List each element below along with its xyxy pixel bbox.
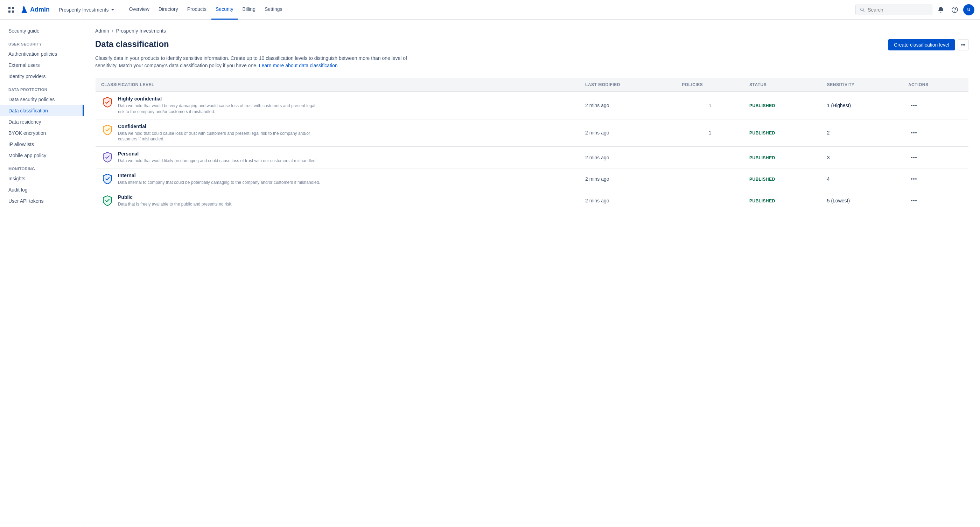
dot1 (911, 105, 912, 106)
classification-description: Data internal to company that could be p… (118, 180, 320, 186)
sensitivity-cell: 2 (821, 119, 903, 147)
nav-directory[interactable]: Directory (154, 0, 182, 20)
status-badge: PUBLISHED (749, 177, 775, 182)
classification-name: Internal (118, 173, 320, 178)
classification-cell: Confidential Data we hold that could cau… (95, 119, 580, 147)
actions-cell (903, 119, 969, 147)
svg-rect-2 (8, 11, 11, 13)
sensitivity-cell: 3 (821, 147, 903, 169)
status-badge: PUBLISHED (749, 156, 775, 160)
last-modified-cell: 2 mins ago (580, 190, 676, 212)
policies-count-cell (676, 168, 744, 190)
table-row: Internal Data internal to company that c… (95, 168, 969, 190)
col-last-modified: Last modified (580, 78, 676, 92)
row-actions-button[interactable] (908, 199, 920, 203)
status-cell: PUBLISHED (744, 92, 821, 119)
nav-settings[interactable]: Settings (260, 0, 286, 20)
svg-rect-0 (8, 7, 11, 9)
topnav: Admin Prosperify Investments Overview Di… (0, 0, 980, 20)
sidebar-item-insights[interactable]: Insights (0, 173, 84, 184)
nav-products[interactable]: Products (183, 0, 211, 20)
actions-cell (903, 92, 969, 119)
shield-icon-personal (101, 151, 114, 164)
col-sensitivity: Sensitivity (821, 78, 903, 92)
row-actions-button[interactable] (908, 177, 920, 181)
last-modified-cell: 2 mins ago (580, 168, 676, 190)
policies-count-cell: 1 (676, 92, 744, 119)
last-modified-cell: 2 mins ago (580, 119, 676, 147)
actions-cell (903, 190, 969, 212)
actions-cell (903, 168, 969, 190)
sidebar-item-data-security[interactable]: Data security policies (0, 94, 84, 105)
sensitivity-cell: 1 (Highest) (821, 92, 903, 119)
sidebar-item-ip-allowlists[interactable]: IP allowlists (0, 139, 84, 150)
sidebar-item-byok[interactable]: BYOK encryption (0, 127, 84, 139)
topnav-right: U (855, 4, 974, 15)
shield-icon-public (101, 194, 114, 207)
search-box[interactable] (855, 5, 932, 15)
row-actions-button[interactable] (908, 156, 920, 160)
shield-icon-internal (101, 173, 114, 185)
svg-line-5 (863, 10, 864, 11)
sidebar-item-data-residency[interactable]: Data residency (0, 116, 84, 127)
sensitivity-cell: 5 (Lowest) (821, 190, 903, 212)
dot1 (911, 157, 912, 158)
sidebar-item-external-users[interactable]: External users (0, 59, 84, 71)
more-options-button[interactable] (958, 39, 969, 51)
sidebar-item-auth-policies[interactable]: Authentication policies (0, 48, 84, 59)
last-modified-cell: 2 mins ago (580, 92, 676, 119)
shield-icon-confidential (101, 124, 114, 136)
create-classification-button[interactable]: Create classification level (888, 39, 955, 51)
sidebar-security-guide[interactable]: Security guide (0, 25, 84, 37)
table-row: Public Data that is freely available to … (95, 190, 969, 212)
grid-menu-button[interactable] (6, 4, 17, 15)
classification-name: Public (118, 194, 232, 200)
row-actions-button[interactable] (908, 131, 920, 135)
actions-cell (903, 147, 969, 169)
org-selector[interactable]: Prosperify Investments (55, 5, 119, 15)
main-content: Admin / Prosperify Investments Data clas… (84, 20, 980, 527)
svg-point-4 (861, 8, 864, 11)
dot2 (913, 105, 915, 106)
sensitivity-cell: 4 (821, 168, 903, 190)
col-status: Status (744, 78, 821, 92)
search-input[interactable] (868, 7, 928, 13)
status-badge: PUBLISHED (749, 199, 775, 204)
policies-count-cell: 1 (676, 119, 744, 147)
dot2 (913, 132, 915, 134)
nav-overview[interactable]: Overview (125, 0, 153, 20)
nav-security[interactable]: Security (212, 0, 238, 20)
status-cell: PUBLISHED (744, 190, 821, 212)
dot1 (911, 178, 912, 180)
nav-billing[interactable]: Billing (239, 0, 260, 20)
classification-description: Data we hold that would be very damaging… (118, 103, 321, 115)
user-avatar[interactable]: U (963, 4, 974, 15)
sidebar-item-data-classification[interactable]: Data classification (0, 105, 84, 116)
grid-icon[interactable] (6, 4, 17, 15)
svg-rect-3 (12, 11, 14, 13)
sidebar-item-audit-log[interactable]: Audit log (0, 184, 84, 196)
policies-count-cell (676, 147, 744, 169)
sidebar-item-user-api[interactable]: User API tokens (0, 196, 84, 207)
sidebar-item-mobile-app[interactable]: Mobile app policy (0, 150, 84, 161)
dot2 (913, 200, 915, 201)
sidebar-item-identity-providers[interactable]: Identity providers (0, 71, 84, 82)
classification-description: Data that is freely available to the pub… (118, 201, 232, 207)
sidebar-section-monitoring: Monitoring (0, 161, 84, 173)
help-button[interactable] (949, 4, 960, 15)
logo-admin-text: Admin (30, 6, 50, 13)
notifications-button[interactable] (935, 4, 947, 15)
page-description: Classify data in your products to identi… (95, 55, 410, 69)
svg-rect-1 (12, 7, 14, 9)
policies-count-cell (676, 190, 744, 212)
status-badge: PUBLISHED (749, 131, 775, 135)
breadcrumb-separator: / (112, 28, 113, 33)
learn-more-link[interactable]: Learn more about data classification (259, 63, 338, 68)
row-actions-button[interactable] (908, 103, 920, 108)
atlassian-logo[interactable]: Admin (20, 6, 50, 14)
dot1 (911, 132, 912, 134)
breadcrumb-org[interactable]: Prosperify Investments (116, 28, 166, 33)
table-row: Confidential Data we hold that could cau… (95, 119, 969, 147)
classification-cell: Internal Data internal to company that c… (95, 168, 580, 190)
breadcrumb-admin[interactable]: Admin (95, 28, 109, 33)
